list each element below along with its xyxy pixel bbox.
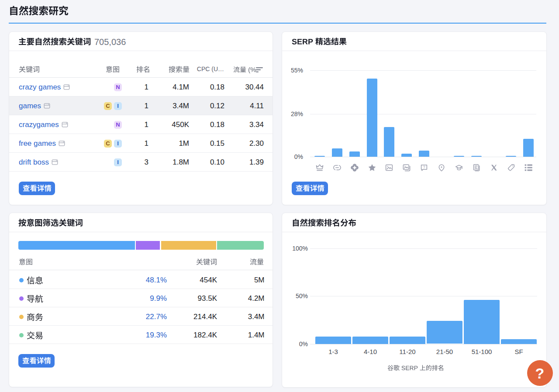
svg-text:?: ? (423, 165, 425, 169)
